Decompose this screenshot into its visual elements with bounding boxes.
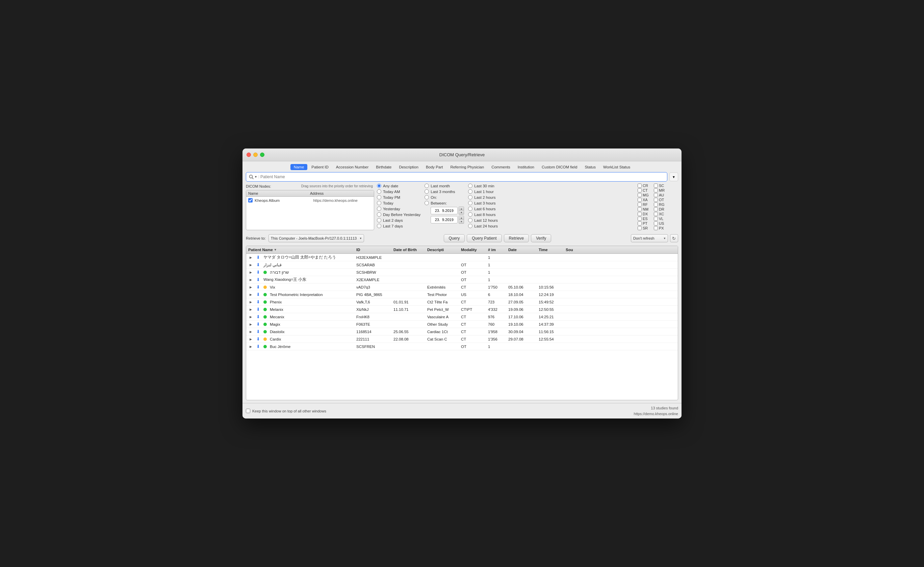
table-row[interactable]: ▶ ⬇ Buc Jérôme SCSFREN OT 1 — [246, 343, 678, 350]
download-icon[interactable]: ⬇ — [256, 277, 260, 282]
table-row[interactable]: ▶ ⬇ שרון דבורה SCSHBRW OT 1 — [246, 268, 678, 276]
mod-mg[interactable] — [638, 193, 642, 197]
table-row[interactable]: ▶ ⬇ Melanix XtzNkJ 11.10.71 Pet Petct_W … — [246, 306, 678, 313]
table-row[interactable]: ▶ ⬇ قباني لنزار SCSARAB OT 1 — [246, 261, 678, 268]
mod-ct[interactable] — [638, 188, 642, 192]
radio-last-month[interactable] — [425, 184, 429, 188]
radio-yesterday[interactable] — [377, 207, 381, 211]
node-row-kheops[interactable]: Kheops Album https://demo.kheops.online — [246, 197, 374, 204]
radio-today[interactable] — [377, 201, 381, 205]
mod-nm[interactable] — [638, 207, 642, 211]
mod-xc[interactable] — [654, 212, 658, 216]
expand-arrow[interactable]: ▶ — [248, 255, 253, 260]
radio-last-24-hours[interactable] — [468, 224, 472, 228]
expand-arrow[interactable]: ▶ — [248, 337, 253, 342]
table-row[interactable]: ▶ ⬇ Vix vAD7q3 Extrémités CT 1'750 05.10… — [246, 284, 678, 291]
date-from-input[interactable] — [431, 207, 458, 214]
download-icon[interactable]: ⬇ — [256, 262, 260, 267]
download-icon[interactable]: ⬇ — [256, 344, 260, 349]
radio-today-pm[interactable] — [377, 195, 381, 200]
table-row[interactable]: ▶ ⬇ Wang Xiaodong=王 小东 X2EXAMPLE OT 1 — [246, 276, 678, 284]
date-to-stepper[interactable]: ▲ ▼ — [458, 216, 464, 224]
mod-dr[interactable] — [654, 207, 658, 211]
radio-last-3-months[interactable] — [425, 189, 429, 194]
expand-arrow[interactable]: ▶ — [248, 292, 253, 297]
expand-arrow[interactable]: ▶ — [248, 262, 253, 267]
mod-es[interactable] — [638, 217, 642, 221]
expand-arrow[interactable]: ▶ — [248, 300, 253, 304]
download-icon[interactable]: ⬇ — [256, 314, 260, 319]
col-header-nim[interactable]: # im — [488, 248, 508, 252]
mod-sc[interactable] — [654, 184, 658, 188]
expand-arrow[interactable]: ▶ — [248, 329, 253, 334]
radio-last-8-hours[interactable] — [468, 212, 472, 217]
node-checkbox-kheops[interactable] — [248, 198, 252, 202]
table-row[interactable]: ▶ ⬇ Phenix Vafk,T,6 01.01.91 Ct2 Tête Fa… — [246, 298, 678, 306]
verify-button[interactable]: Verify — [531, 234, 551, 242]
table-row[interactable]: ▶ ⬇ Mecanix FrxHK8 Vasculaire A CT 976 1… — [246, 313, 678, 321]
mod-vl[interactable] — [654, 217, 658, 221]
tab-institution[interactable]: Institution — [514, 164, 538, 170]
expand-arrow[interactable]: ▶ — [248, 322, 253, 327]
keep-on-top-checkbox[interactable] — [246, 409, 250, 413]
query-patient-button[interactable]: Query Patient — [467, 234, 502, 242]
search-input[interactable] — [260, 174, 664, 179]
tab-birthdate[interactable]: Birthdate — [373, 164, 395, 170]
col-header-time[interactable]: Time — [539, 248, 566, 252]
download-icon[interactable]: ⬇ — [256, 307, 260, 312]
refresh-button[interactable]: ↻ — [670, 234, 678, 242]
tab-accession[interactable]: Accession Number — [333, 164, 372, 170]
query-button[interactable]: Query — [444, 234, 465, 242]
radio-day-before[interactable] — [377, 212, 381, 217]
mod-sr[interactable] — [638, 226, 642, 230]
mod-au[interactable] — [654, 193, 658, 197]
refresh-select[interactable]: Don't refresh — [631, 234, 668, 242]
table-row[interactable]: ▶ ⬇ Magix F063TE Other Study CT 760 19.1… — [246, 321, 678, 328]
tab-comments[interactable]: Comments — [488, 164, 514, 170]
download-icon[interactable]: ⬇ — [256, 299, 260, 304]
table-row[interactable]: ▶ ⬇ Cardix 222111 22.08.08 Cat Scan C CT… — [246, 336, 678, 343]
retrieve-select[interactable]: This Computer - Joels-MacBook-Pr/127.0.0… — [269, 234, 364, 242]
mod-rg[interactable] — [654, 202, 658, 207]
download-icon[interactable]: ⬇ — [256, 285, 260, 290]
date-from-stepper[interactable]: ▲ ▼ — [458, 207, 464, 214]
tab-name[interactable]: Name — [290, 164, 308, 170]
download-icon[interactable]: ⬇ — [256, 292, 260, 297]
search-extra-dropdown[interactable]: ▼ — [669, 172, 678, 181]
tab-status[interactable]: Status — [581, 164, 599, 170]
tab-worklist[interactable]: WorkList Status — [600, 164, 634, 170]
close-button[interactable] — [246, 153, 251, 157]
mod-dx[interactable] — [638, 212, 642, 216]
col-header-id[interactable]: ID — [356, 248, 394, 252]
radio-today-am[interactable] — [377, 189, 381, 194]
radio-last-6-hours[interactable] — [468, 207, 472, 211]
date-to-input[interactable] — [431, 216, 458, 224]
download-icon[interactable]: ⬇ — [256, 270, 260, 275]
maximize-button[interactable] — [260, 153, 264, 157]
mod-px[interactable] — [654, 226, 658, 230]
table-row[interactable]: ▶ ⬇ Test Photometric Interpretation PIG … — [246, 291, 678, 298]
download-icon[interactable]: ⬇ — [256, 255, 260, 260]
radio-on[interactable] — [425, 195, 429, 200]
col-header-desc[interactable]: Descripti — [427, 248, 461, 252]
radio-last-2-hours[interactable] — [468, 195, 472, 200]
mod-xa[interactable] — [638, 198, 642, 202]
tab-custom-dicom[interactable]: Custom DICOM field — [538, 164, 580, 170]
expand-arrow[interactable]: ▶ — [248, 270, 253, 275]
tab-patient-id[interactable]: Patient ID — [308, 164, 332, 170]
col-header-sou[interactable]: Sou — [566, 248, 583, 252]
radio-last-7-days[interactable] — [377, 224, 381, 228]
minimize-button[interactable] — [253, 153, 258, 157]
expand-arrow[interactable]: ▶ — [248, 285, 253, 290]
table-row[interactable]: ▶ ⬇ ヤマダ タロウ=山田 太郎=やまだ たろう H32EXAMPLE 1 — [246, 254, 678, 261]
radio-last-30-min[interactable] — [468, 184, 472, 188]
mod-cr[interactable] — [638, 184, 642, 188]
mod-us[interactable] — [654, 221, 658, 225]
expand-arrow[interactable]: ▶ — [248, 278, 253, 282]
radio-last-12-hours[interactable] — [468, 218, 472, 222]
mod-pt[interactable] — [638, 221, 642, 225]
expand-arrow[interactable]: ▶ — [248, 307, 253, 312]
col-header-patient-name[interactable]: Patient Name ▼ — [248, 248, 356, 252]
download-icon[interactable]: ⬇ — [256, 322, 260, 327]
download-icon[interactable]: ⬇ — [256, 336, 260, 342]
